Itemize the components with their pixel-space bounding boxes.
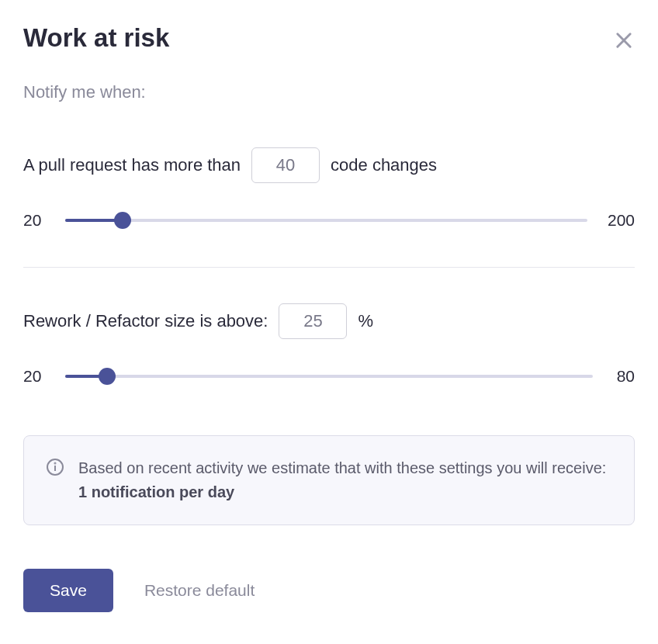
rework-slider-thumb[interactable] [99,368,116,385]
info-text-before: Based on recent activity we estimate tha… [78,459,606,476]
pull-request-prefix: A pull request has more than [23,155,241,175]
svg-point-4 [55,463,56,464]
rework-slider-min: 20 [23,367,45,386]
pr-slider-max: 200 [608,211,635,230]
pull-request-input[interactable] [251,147,320,183]
rework-slider[interactable] [65,367,593,386]
pr-slider-track [65,219,587,222]
info-text: Based on recent activity we estimate tha… [78,456,612,504]
divider [23,267,635,268]
dialog-title: Work at risk [23,23,169,53]
rework-prefix: Rework / Refactor size is above: [23,311,268,331]
rework-slider-max: 80 [613,367,635,386]
rework-suffix: % [358,311,373,331]
pr-slider-min: 20 [23,211,45,230]
subtitle: Notify me when: [23,82,635,102]
pr-slider[interactable] [65,211,587,230]
info-icon [46,458,64,476]
close-icon[interactable] [613,29,635,51]
restore-default-button[interactable]: Restore default [144,581,255,600]
rework-slider-track [65,375,593,378]
pull-request-suffix: code changes [331,155,437,175]
pull-request-control: A pull request has more than code change… [23,147,635,183]
info-text-bold: 1 notification per day [78,483,234,500]
save-button[interactable]: Save [23,569,113,612]
info-box: Based on recent activity we estimate tha… [23,435,635,525]
pr-slider-thumb[interactable] [114,212,131,229]
rework-input[interactable] [279,303,347,339]
rework-control: Rework / Refactor size is above: % [23,303,635,339]
